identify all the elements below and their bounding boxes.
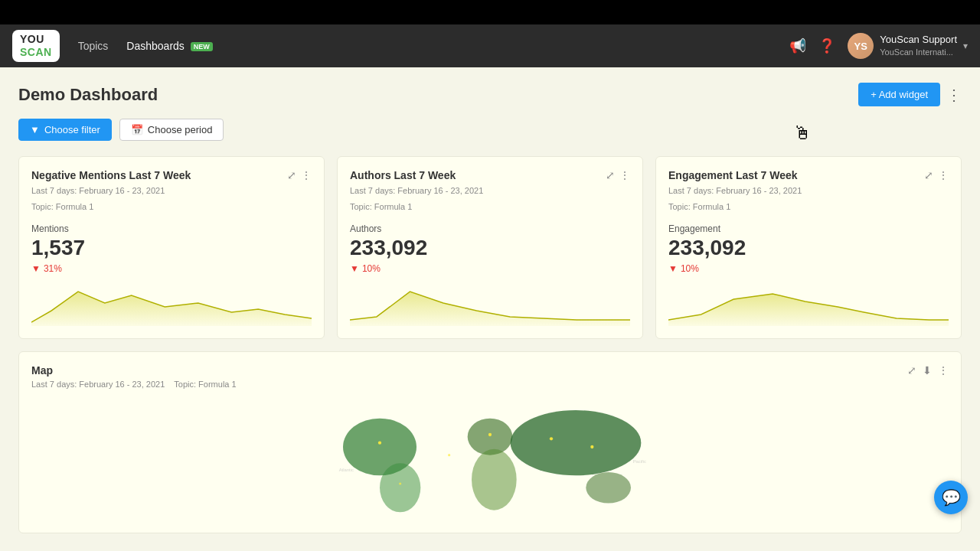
metric-label: Authors bbox=[350, 223, 630, 234]
down-arrow-icon: ▼ bbox=[31, 263, 41, 274]
svg-point-12 bbox=[550, 437, 553, 440]
expand-icon[interactable]: ⤢ bbox=[907, 364, 916, 377]
widget-topic: Topic: Formula 1 bbox=[31, 201, 312, 214]
widget-date-range: Last 7 days: February 16 - 23, 2021 bbox=[350, 184, 630, 197]
add-widget-button[interactable]: + Add widget bbox=[858, 83, 940, 106]
sparkline bbox=[350, 280, 630, 326]
metric-change: ▼ 31% bbox=[31, 263, 312, 274]
svg-marker-0 bbox=[31, 292, 312, 326]
svg-point-11 bbox=[488, 433, 492, 436]
svg-point-15 bbox=[399, 482, 401, 484]
metric-change: ▼ 10% bbox=[668, 263, 949, 274]
widget-map: Map ⤢ ⬇ ⋮ Last 7 days: February 16 - 23,… bbox=[18, 351, 962, 533]
world-map-svg: Atlantic Pacific bbox=[31, 398, 949, 520]
page-content: Demo Dashboard + Add widget ⋮ ▼ Choose f… bbox=[0, 67, 980, 551]
map-header: Map ⤢ ⬇ ⋮ bbox=[31, 364, 949, 377]
page-header: Demo Dashboard + Add widget ⋮ bbox=[18, 83, 962, 106]
filters-row: ▼ Choose filter 📅 Choose period bbox=[18, 119, 962, 141]
widget-header: Negative Mentions Last 7 Week ⤢ ⋮ bbox=[31, 169, 312, 181]
nav-topics[interactable]: Topics bbox=[78, 40, 109, 52]
expand-icon[interactable]: ⤢ bbox=[606, 169, 615, 181]
down-arrow-icon: ▼ bbox=[350, 263, 359, 274]
calendar-icon: 📅 bbox=[131, 124, 143, 135]
svg-point-5 bbox=[380, 463, 420, 512]
svg-point-7 bbox=[472, 449, 517, 510]
widget-engagement: Engagement Last 7 Week ⤢ ⋮ Last 7 days: … bbox=[655, 156, 962, 339]
chat-icon: 💬 bbox=[942, 488, 961, 507]
map-actions: ⤢ ⬇ ⋮ bbox=[907, 364, 949, 377]
user-name: YouScan Support bbox=[880, 34, 957, 47]
navbar-right: 📢 ❓ YS YouScan Support YouScan Internati… bbox=[789, 33, 968, 59]
metric-label: Engagement bbox=[668, 223, 949, 234]
svg-point-13 bbox=[590, 445, 593, 448]
choose-filter-button[interactable]: ▼ Choose filter bbox=[18, 119, 112, 141]
widget-authors: Authors Last 7 Week ⤢ ⋮ Last 7 days: Feb… bbox=[337, 156, 643, 339]
user-info: YouScan Support YouScan Internati... bbox=[880, 34, 957, 57]
sparkline-svg bbox=[668, 280, 949, 326]
widget-actions: ⤢ ⋮ bbox=[924, 169, 949, 181]
metric-label: Mentions bbox=[31, 223, 312, 234]
page-title: Demo Dashboard bbox=[18, 85, 158, 105]
sparkline-svg bbox=[350, 280, 630, 326]
sparkline bbox=[31, 280, 312, 326]
page-actions: + Add widget ⋮ bbox=[858, 83, 962, 106]
filter-icon: ▼ bbox=[30, 124, 40, 135]
widget-title: Authors Last 7 Week bbox=[350, 169, 456, 181]
svg-point-10 bbox=[378, 442, 381, 445]
svg-point-9 bbox=[586, 472, 631, 504]
avatar: YS bbox=[848, 33, 874, 59]
metric-value: 233,092 bbox=[668, 236, 949, 260]
map-more-icon[interactable]: ⋮ bbox=[938, 364, 949, 377]
logo[interactable]: YOUSCAN bbox=[12, 30, 60, 62]
widget-header: Engagement Last 7 Week ⤢ ⋮ bbox=[668, 169, 949, 181]
svg-point-14 bbox=[448, 454, 450, 456]
widget-title: Negative Mentions Last 7 Week bbox=[31, 169, 191, 181]
metric-value: 233,092 bbox=[350, 236, 630, 260]
chevron-down-icon: ▾ bbox=[963, 41, 968, 51]
widget-topic: Topic: Formula 1 bbox=[350, 201, 630, 214]
expand-icon[interactable]: ⤢ bbox=[287, 169, 296, 181]
choose-period-button[interactable]: 📅 Choose period bbox=[119, 119, 224, 141]
new-badge: NEW bbox=[191, 42, 213, 51]
download-icon[interactable]: ⬇ bbox=[923, 364, 932, 377]
navbar: YOUSCAN Topics Dashboards NEW 📢 ❓ YS You… bbox=[0, 24, 980, 67]
svg-point-8 bbox=[511, 410, 642, 475]
svg-text:Atlantic: Atlantic bbox=[339, 468, 354, 472]
widget-date-range: Last 7 days: February 16 - 23, 2021 bbox=[31, 184, 312, 197]
nav-dashboards[interactable]: Dashboards NEW bbox=[126, 40, 212, 52]
widgets-grid: Negative Mentions Last 7 Week ⤢ ⋮ Last 7… bbox=[18, 156, 962, 339]
widget-date-range: Last 7 days: February 16 - 23, 2021 bbox=[668, 184, 949, 197]
user-org: YouScan Internati... bbox=[880, 47, 957, 57]
more-options-icon[interactable]: ⋮ bbox=[946, 86, 962, 104]
widget-title: Engagement Last 7 Week bbox=[668, 169, 798, 181]
widget-more-icon[interactable]: ⋮ bbox=[301, 169, 312, 181]
widget-actions: ⤢ ⋮ bbox=[287, 169, 312, 181]
navbar-left: YOUSCAN Topics Dashboards NEW bbox=[12, 30, 213, 62]
sparkline bbox=[668, 280, 949, 326]
help-icon[interactable]: ❓ bbox=[818, 37, 835, 54]
sparkline-svg bbox=[31, 280, 312, 326]
svg-marker-1 bbox=[350, 292, 630, 326]
map-meta: Last 7 days: February 16 - 23, 2021 Topi… bbox=[31, 380, 949, 389]
metric-value: 1,537 bbox=[31, 236, 312, 260]
map-body: Atlantic Pacific bbox=[31, 398, 949, 520]
widget-header: Authors Last 7 Week ⤢ ⋮ bbox=[350, 169, 630, 181]
widget-more-icon[interactable]: ⋮ bbox=[619, 169, 630, 181]
user-menu[interactable]: YS YouScan Support YouScan Internati... … bbox=[848, 33, 968, 59]
widget-more-icon[interactable]: ⋮ bbox=[938, 169, 949, 181]
expand-icon[interactable]: ⤢ bbox=[924, 169, 933, 181]
widget-negative-mentions: Negative Mentions Last 7 Week ⤢ ⋮ Last 7… bbox=[18, 156, 325, 339]
widget-actions: ⤢ ⋮ bbox=[606, 169, 630, 181]
svg-text:Pacific: Pacific bbox=[633, 459, 646, 464]
map-title: Map bbox=[31, 364, 53, 377]
metric-change: ▼ 10% bbox=[350, 263, 630, 274]
down-arrow-icon: ▼ bbox=[668, 263, 678, 274]
bell-icon[interactable]: 📢 bbox=[789, 37, 806, 54]
widget-topic: Topic: Formula 1 bbox=[668, 201, 949, 214]
chat-button[interactable]: 💬 bbox=[934, 481, 968, 514]
